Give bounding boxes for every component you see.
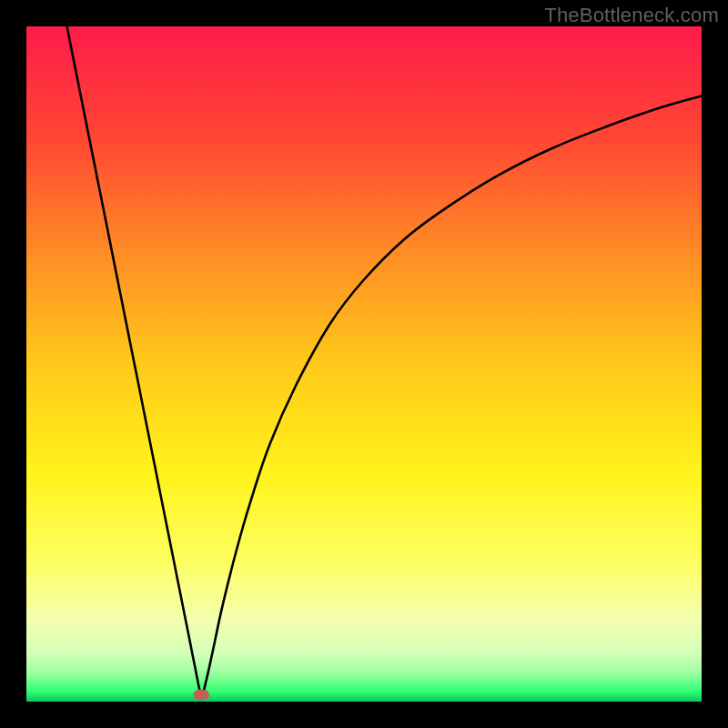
chart-frame: TheBottleneck.com: [0, 0, 728, 728]
minimum-marker: [193, 690, 209, 701]
bottleneck-chart: [26, 26, 702, 702]
watermark-text: TheBottleneck.com: [544, 4, 719, 27]
